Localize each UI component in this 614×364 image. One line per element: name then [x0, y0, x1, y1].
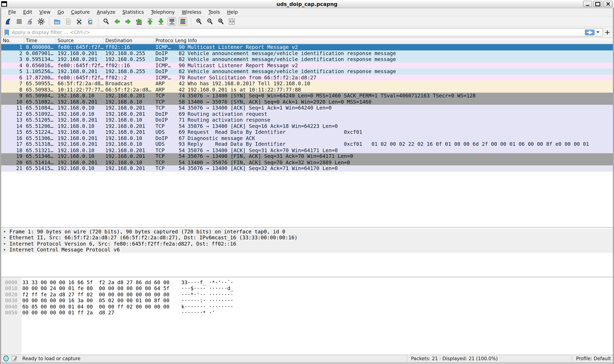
column-header-protocol[interactable]: Protocol — [154, 38, 173, 44]
maximize-button[interactable] — [593, 1, 602, 7]
packet-row[interactable]: 20 65.51414… 192.168.0.201 192.168.0.10 … — [0, 159, 614, 165]
packet-row[interactable]: 13 65.51205… 192.168.0.201 192.168.0.10 … — [0, 117, 614, 123]
capture-options-button[interactable] — [37, 17, 45, 26]
hex-row[interactable]: 0020 f2 ff fe 2a d8 27 ff 02 00 00 00 00… — [0, 292, 614, 298]
zoom-in-button[interactable] — [195, 17, 203, 26]
packet-row[interactable]: 10 65.51082… 192.168.0.201 192.168.0.10 … — [0, 99, 614, 105]
packet-row[interactable]: 12 65.51092… 192.168.0.10 192.168.0.201 … — [0, 111, 614, 117]
packet-row[interactable]: 3 0.595134… 192.168.0.201 192.168.0.255 … — [0, 56, 614, 62]
packet-length: 69 — [173, 129, 186, 135]
detail-row[interactable]: Ethernet II, Src: 66:5f:f2:2a:d8:27 (66:… — [0, 235, 614, 241]
window-bottom-edge — [0, 362, 614, 364]
go-to-bottom-button[interactable] — [157, 17, 165, 26]
menu-item[interactable]: Go — [54, 9, 68, 15]
menu-item[interactable]: File — [5, 9, 19, 15]
zoom-100-button[interactable] — [217, 17, 225, 26]
minimize-icon — [586, 5, 589, 6]
packet-row[interactable]: 8 65.50983… 10:11:22:77:77… 66:5f:f2:2a:… — [0, 87, 614, 93]
hex-row[interactable]: 0000 33 33 00 00 00 16 66 5f f2 2a d8 27… — [0, 279, 614, 286]
restart-capture-button[interactable] — [26, 17, 35, 26]
column-header-info[interactable]: Info — [186, 38, 614, 44]
close-file-button[interactable] — [75, 17, 84, 26]
packet-row[interactable]: 14 65.51206… 192.168.0.10 192.168.0.201 … — [0, 123, 614, 129]
go-to-packet-button[interactable] — [135, 17, 143, 26]
resize-columns-button[interactable] — [227, 17, 236, 26]
packet-row[interactable]: 17 65.51318… 192.168.0.201 192.168.0.10 … — [0, 141, 614, 147]
packet-row[interactable]: 6 17.87200… fe80::645f:f2f… ff02::2 ICMP… — [0, 75, 614, 81]
start-capture-button[interactable] — [4, 17, 13, 26]
packet-source: 192.168.0.201 — [56, 117, 104, 123]
hex-row[interactable]: 0010 00 00 00 24 00 01 fe 80 00 00 00 00… — [0, 286, 614, 292]
packet-time: 65.51318… — [24, 141, 56, 147]
packet-row[interactable]: 21 65.51415… 192.168.0.10 192.168.0.201 … — [0, 165, 614, 171]
hex-row[interactable]: 0040 6b 05 00 00 00 01 04 00 00 00 ff 02… — [0, 304, 614, 310]
detail-row[interactable]: Internet Control Message Protocol v6 — [0, 247, 614, 253]
capture-comment-icon[interactable] — [11, 355, 17, 362]
save-file-button[interactable] — [64, 17, 72, 26]
auto-scroll-button[interactable] — [167, 17, 176, 26]
close-button[interactable] — [603, 1, 612, 7]
go-forward-button[interactable] — [124, 17, 132, 26]
column-header-time[interactable]: Time — [24, 38, 56, 44]
find-packet-button[interactable] — [102, 17, 111, 26]
packet-row[interactable]: 19 65.51346… 192.168.0.10 192.168.0.201 … — [0, 153, 614, 159]
expander-icon[interactable] — [0, 247, 9, 253]
packet-row[interactable]: 9 65.50984… 192.168.0.10 192.168.0.201 T… — [0, 93, 614, 99]
arrow-down-icon — [157, 18, 165, 25]
column-header-source[interactable]: Source — [56, 38, 104, 44]
column-header-length[interactable]: Length — [173, 38, 186, 44]
menu-item[interactable]: Wireless — [178, 9, 205, 15]
packet-row[interactable]: 5 1.105256… 192.168.0.201 192.168.0.255 … — [0, 68, 614, 75]
bookmark-icon[interactable] — [4, 29, 9, 35]
display-filter-input[interactable] — [11, 29, 585, 36]
menu-item[interactable]: Help — [223, 9, 241, 15]
packet-row[interactable]: 16 65.51306… 192.168.0.201 192.168.0.10 … — [0, 135, 614, 141]
menu-item[interactable]: Statistics — [119, 9, 147, 15]
go-to-top-button[interactable] — [146, 17, 154, 26]
packet-row[interactable]: 1 0.000000… fe80::645f:f2f… ff02::16 ICM… — [0, 44, 614, 50]
packet-row[interactable]: 2 0.087901… 192.168.0.201 192.168.0.255 … — [0, 50, 614, 56]
packet-time: 0.595134… — [24, 56, 56, 62]
menu-item[interactable]: Telephony — [147, 9, 178, 15]
goto-packet-icon — [135, 18, 143, 25]
hex-row[interactable]: 0050 00 00 00 00 00 01 ff 2a d8 27 ·····… — [0, 310, 614, 316]
stop-capture-button[interactable] — [15, 17, 24, 26]
packet-row[interactable]: 7 65.50955… 66:5f:f2:2a:d8… Broadcast AR… — [0, 80, 614, 87]
packet-no: 5 — [0, 68, 24, 75]
packet-source: 192.168.0.10 — [56, 147, 104, 153]
detail-row[interactable]: Internet Protocol Version 6, Src: fe80::… — [0, 241, 614, 247]
menu-item[interactable]: Edit — [20, 9, 36, 15]
minimize-button[interactable] — [583, 1, 592, 7]
packet-length: 54 — [173, 123, 186, 129]
add-filter-button[interactable]: + — [603, 28, 612, 36]
column-header-destination[interactable]: Destination — [104, 38, 154, 44]
expander-icon[interactable] — [0, 235, 9, 241]
open-file-button[interactable] — [53, 17, 62, 26]
zoom-out-button[interactable] — [206, 17, 214, 26]
detail-row[interactable]: Frame 1: 90 bytes on wire (720 bits), 90… — [0, 228, 614, 234]
menu-item[interactable]: Capture — [68, 9, 93, 15]
packet-info: Routing activation request — [186, 111, 614, 117]
toolbar-separator — [98, 18, 98, 25]
colorize-button[interactable] — [179, 17, 187, 26]
stop-square-icon — [15, 18, 23, 25]
go-back-button[interactable] — [113, 17, 121, 26]
filter-dropdown-caret-icon[interactable] — [596, 31, 600, 33]
packet-source: 192.168.0.10 — [56, 105, 104, 111]
menu-item[interactable]: Analyze — [93, 9, 119, 15]
expander-icon[interactable] — [0, 241, 9, 247]
reload-file-button[interactable] — [86, 17, 94, 26]
packet-row[interactable]: 11 65.51084… 192.168.0.10 192.168.0.201 … — [0, 105, 614, 111]
packet-row[interactable]: 18 65.51321… 192.168.0.10 192.168.0.201 … — [0, 147, 614, 153]
expert-info-icon[interactable] — [3, 355, 9, 362]
menu-item[interactable]: Tools — [205, 9, 224, 15]
apply-filter-icon[interactable] — [585, 29, 595, 35]
expander-icon[interactable] — [0, 228, 9, 234]
menu-item[interactable]: View — [36, 9, 54, 15]
packet-bytes-pane: 0000 33 33 00 00 00 16 66 5f f2 2a d8 27… — [0, 277, 614, 354]
packet-row[interactable]: 4 0.656016… fe80::645f:f2f… ff02::16 ICM… — [0, 62, 614, 68]
hex-row[interactable]: 0030 00 00 00 00 00 16 3a 00 05 02 00 00… — [0, 298, 614, 304]
column-header-no[interactable]: No. — [0, 38, 24, 44]
profile-label[interactable]: Profile: Default — [576, 356, 611, 361]
packet-row[interactable]: 15 65.51224… 192.168.0.10 192.168.0.201 … — [0, 129, 614, 135]
